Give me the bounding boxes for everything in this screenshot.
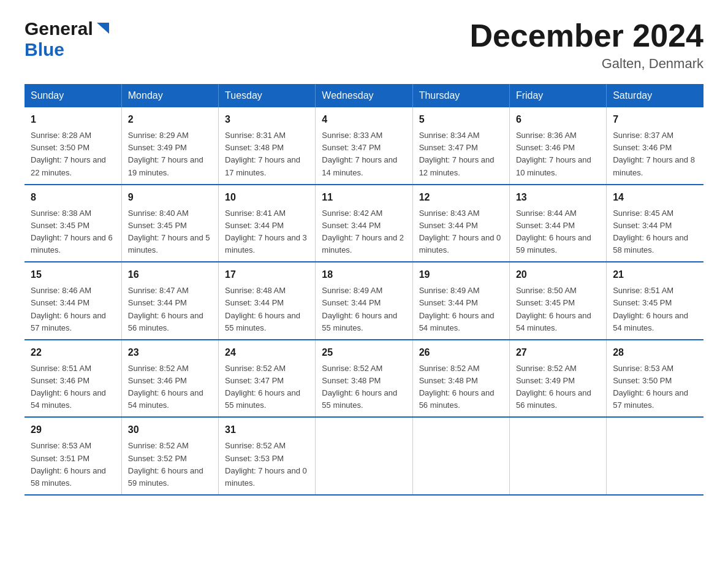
day-number: 31 — [225, 423, 309, 437]
day-number: 3 — [225, 112, 309, 127]
day-number: 4 — [322, 112, 406, 127]
day-number: 16 — [128, 267, 212, 282]
day-number: 6 — [516, 112, 600, 127]
day-info: Sunrise: 8:53 AMSunset: 3:50 PMDaylight:… — [613, 362, 697, 412]
calendar-cell: 2Sunrise: 8:29 AMSunset: 3:49 PMDaylight… — [121, 107, 218, 185]
calendar-week-row: 15Sunrise: 8:46 AMSunset: 3:44 PMDayligh… — [25, 262, 703, 340]
day-info: Sunrise: 8:43 AMSunset: 3:44 PMDaylight:… — [419, 207, 503, 257]
calendar-title: December 2024 — [469, 18, 703, 53]
calendar-cell — [412, 417, 509, 495]
day-number: 15 — [31, 267, 115, 282]
weekday-header-saturday: Saturday — [607, 84, 703, 107]
day-number: 30 — [128, 423, 212, 437]
calendar-cell: 30Sunrise: 8:52 AMSunset: 3:52 PMDayligh… — [121, 417, 218, 495]
day-number: 29 — [31, 423, 115, 437]
calendar-cell: 3Sunrise: 8:31 AMSunset: 3:48 PMDaylight… — [219, 107, 316, 185]
weekday-header-row: SundayMondayTuesdayWednesdayThursdayFrid… — [25, 84, 703, 107]
day-info: Sunrise: 8:33 AMSunset: 3:47 PMDaylight:… — [322, 129, 406, 179]
day-number: 28 — [613, 345, 697, 360]
calendar-cell: 9Sunrise: 8:40 AMSunset: 3:45 PMDaylight… — [121, 185, 218, 262]
day-number: 18 — [322, 267, 406, 282]
calendar-cell: 1Sunrise: 8:28 AMSunset: 3:50 PMDaylight… — [25, 107, 121, 185]
calendar-cell: 25Sunrise: 8:52 AMSunset: 3:48 PMDayligh… — [316, 340, 412, 418]
day-info: Sunrise: 8:49 AMSunset: 3:44 PMDaylight:… — [419, 285, 503, 334]
day-info: Sunrise: 8:52 AMSunset: 3:48 PMDaylight:… — [419, 362, 503, 412]
day-info: Sunrise: 8:52 AMSunset: 3:46 PMDaylight:… — [128, 362, 212, 412]
day-info: Sunrise: 8:47 AMSunset: 3:44 PMDaylight:… — [128, 285, 212, 334]
day-number: 1 — [31, 112, 115, 127]
day-info: Sunrise: 8:28 AMSunset: 3:50 PMDaylight:… — [31, 129, 115, 179]
calendar-cell: 27Sunrise: 8:52 AMSunset: 3:49 PMDayligh… — [509, 340, 606, 418]
calendar-cell: 18Sunrise: 8:49 AMSunset: 3:44 PMDayligh… — [316, 262, 412, 340]
day-number: 21 — [613, 267, 697, 282]
calendar-cell: 21Sunrise: 8:51 AMSunset: 3:45 PMDayligh… — [607, 262, 703, 340]
logo-blue-text: Blue — [25, 39, 64, 59]
day-info: Sunrise: 8:37 AMSunset: 3:46 PMDaylight:… — [613, 129, 697, 179]
calendar-cell — [316, 417, 412, 495]
day-number: 26 — [419, 345, 503, 360]
day-info: Sunrise: 8:45 AMSunset: 3:44 PMDaylight:… — [613, 207, 697, 257]
day-info: Sunrise: 8:51 AMSunset: 3:46 PMDaylight:… — [31, 362, 115, 412]
weekday-header-tuesday: Tuesday — [219, 84, 316, 107]
calendar-cell: 24Sunrise: 8:52 AMSunset: 3:47 PMDayligh… — [219, 340, 316, 418]
day-info: Sunrise: 8:50 AMSunset: 3:45 PMDaylight:… — [516, 285, 600, 334]
day-info: Sunrise: 8:31 AMSunset: 3:48 PMDaylight:… — [225, 129, 309, 179]
day-number: 24 — [225, 345, 309, 360]
calendar-cell: 28Sunrise: 8:53 AMSunset: 3:50 PMDayligh… — [607, 340, 703, 418]
calendar-cell: 19Sunrise: 8:49 AMSunset: 3:44 PMDayligh… — [412, 262, 509, 340]
day-info: Sunrise: 8:38 AMSunset: 3:45 PMDaylight:… — [31, 207, 115, 257]
calendar-cell: 12Sunrise: 8:43 AMSunset: 3:44 PMDayligh… — [412, 185, 509, 262]
day-info: Sunrise: 8:40 AMSunset: 3:45 PMDaylight:… — [128, 207, 212, 257]
day-number: 8 — [31, 190, 115, 205]
title-section: December 2024 Galten, Denmark — [469, 18, 703, 72]
day-info: Sunrise: 8:53 AMSunset: 3:51 PMDaylight:… — [31, 440, 115, 489]
logo: General Blue — [25, 18, 112, 60]
day-number: 25 — [322, 345, 406, 360]
calendar-cell: 23Sunrise: 8:52 AMSunset: 3:46 PMDayligh… — [121, 340, 218, 418]
weekday-header-monday: Monday — [121, 84, 218, 107]
day-number: 2 — [128, 112, 212, 127]
day-info: Sunrise: 8:52 AMSunset: 3:52 PMDaylight:… — [128, 440, 212, 489]
calendar-cell: 29Sunrise: 8:53 AMSunset: 3:51 PMDayligh… — [25, 417, 121, 495]
day-number: 11 — [322, 190, 406, 205]
day-number: 13 — [516, 190, 600, 205]
day-number: 5 — [419, 112, 503, 127]
calendar-cell: 10Sunrise: 8:41 AMSunset: 3:44 PMDayligh… — [219, 185, 316, 262]
calendar-week-row: 8Sunrise: 8:38 AMSunset: 3:45 PMDaylight… — [25, 185, 703, 262]
day-number: 23 — [128, 345, 212, 360]
day-info: Sunrise: 8:29 AMSunset: 3:49 PMDaylight:… — [128, 129, 212, 179]
day-number: 10 — [225, 190, 309, 205]
day-number: 7 — [613, 112, 697, 127]
calendar-week-row: 1Sunrise: 8:28 AMSunset: 3:50 PMDaylight… — [25, 107, 703, 185]
day-info: Sunrise: 8:52 AMSunset: 3:49 PMDaylight:… — [516, 362, 600, 412]
logo-general-text: General — [25, 18, 93, 39]
calendar-table: SundayMondayTuesdayWednesdayThursdayFrid… — [25, 84, 703, 496]
day-info: Sunrise: 8:52 AMSunset: 3:47 PMDaylight:… — [225, 362, 309, 412]
calendar-cell: 13Sunrise: 8:44 AMSunset: 3:44 PMDayligh… — [509, 185, 606, 262]
day-info: Sunrise: 8:49 AMSunset: 3:44 PMDaylight:… — [322, 285, 406, 334]
calendar-cell: 4Sunrise: 8:33 AMSunset: 3:47 PMDaylight… — [316, 107, 412, 185]
calendar-cell: 31Sunrise: 8:52 AMSunset: 3:53 PMDayligh… — [219, 417, 316, 495]
calendar-cell: 5Sunrise: 8:34 AMSunset: 3:47 PMDaylight… — [412, 107, 509, 185]
day-info: Sunrise: 8:48 AMSunset: 3:44 PMDaylight:… — [225, 285, 309, 334]
day-info: Sunrise: 8:52 AMSunset: 3:53 PMDaylight:… — [225, 440, 309, 489]
day-info: Sunrise: 8:42 AMSunset: 3:44 PMDaylight:… — [322, 207, 406, 257]
weekday-header-thursday: Thursday — [412, 84, 509, 107]
calendar-subtitle: Galten, Denmark — [469, 56, 703, 72]
day-number: 27 — [516, 345, 600, 360]
calendar-cell: 16Sunrise: 8:47 AMSunset: 3:44 PMDayligh… — [121, 262, 218, 340]
day-number: 14 — [613, 190, 697, 205]
calendar-cell: 14Sunrise: 8:45 AMSunset: 3:44 PMDayligh… — [607, 185, 703, 262]
calendar-cell: 17Sunrise: 8:48 AMSunset: 3:44 PMDayligh… — [219, 262, 316, 340]
calendar-week-row: 22Sunrise: 8:51 AMSunset: 3:46 PMDayligh… — [25, 340, 703, 418]
day-number: 17 — [225, 267, 309, 282]
calendar-cell: 20Sunrise: 8:50 AMSunset: 3:45 PMDayligh… — [509, 262, 606, 340]
calendar-cell: 8Sunrise: 8:38 AMSunset: 3:45 PMDaylight… — [25, 185, 121, 262]
day-info: Sunrise: 8:36 AMSunset: 3:46 PMDaylight:… — [516, 129, 600, 179]
day-info: Sunrise: 8:34 AMSunset: 3:47 PMDaylight:… — [419, 129, 503, 179]
calendar-cell: 22Sunrise: 8:51 AMSunset: 3:46 PMDayligh… — [25, 340, 121, 418]
day-info: Sunrise: 8:51 AMSunset: 3:45 PMDaylight:… — [613, 285, 697, 334]
day-number: 9 — [128, 190, 212, 205]
day-info: Sunrise: 8:52 AMSunset: 3:48 PMDaylight:… — [322, 362, 406, 412]
calendar-cell: 6Sunrise: 8:36 AMSunset: 3:46 PMDaylight… — [509, 107, 606, 185]
